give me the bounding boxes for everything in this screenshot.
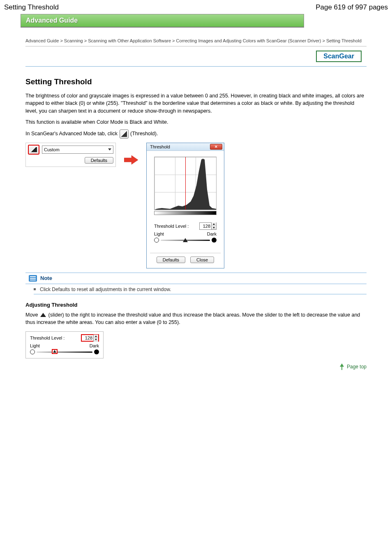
light-endpoint-icon <box>154 238 159 243</box>
threshold-level-input[interactable]: ▲▼ <box>199 222 217 230</box>
breadcrumb[interactable]: Advanced Guide > Scanning > Scanning wit… <box>25 37 367 44</box>
section-heading: Adjusting Threshold <box>25 302 367 308</box>
intro-para-1: The brightness of color and grayscale im… <box>25 92 367 115</box>
fig-level-label: Threshold Level : <box>30 335 65 340</box>
fig-light-label: Light <box>30 343 40 348</box>
chevron-down-icon <box>108 148 111 150</box>
fig-level-input[interactable]: ▲▼ <box>81 334 99 342</box>
toolbar-defaults-button[interactable]: Defaults <box>85 157 113 164</box>
fig-light-endpoint-icon <box>30 349 35 354</box>
page-title: Setting Threshold <box>25 77 367 86</box>
arrow-right-icon <box>124 155 138 166</box>
note-heading: Note <box>40 275 52 281</box>
svg-marker-0 <box>124 155 138 164</box>
slider-caret-icon <box>40 313 46 317</box>
dark-label: Dark <box>207 231 217 236</box>
section-para: Move (slider) to the right to increase t… <box>25 311 367 327</box>
threshold-level-label: Threshold Level : <box>154 224 189 229</box>
dialog-defaults-button[interactable]: Defaults <box>157 257 185 263</box>
light-label: Light <box>154 231 164 236</box>
bullet-icon <box>34 288 36 290</box>
intro-para-3: In ScanGear's Advanced Mode tab, click (… <box>25 130 367 139</box>
toolbar-panel: Custom Defaults <box>25 143 116 167</box>
fig-dark-label: Dark <box>90 343 99 348</box>
note-icon <box>29 275 37 282</box>
scangear-badge: ScanGear <box>316 51 362 62</box>
doc-title: Setting Threshold <box>4 3 59 12</box>
fig-dark-endpoint-icon <box>94 349 99 354</box>
threshold-icon <box>120 130 129 139</box>
gradient-bar <box>154 211 217 215</box>
fig-spin-down-icon[interactable]: ▼ <box>94 338 98 342</box>
advanced-guide-banner: Advanced Guide <box>21 14 304 28</box>
preset-dropdown[interactable]: Custom <box>42 146 113 154</box>
threshold-dialog: Threshold ✕ Threshold Level : ▲▼ <box>146 143 224 268</box>
preset-value: Custom <box>44 147 60 152</box>
note-item: Click Defaults to reset all adjustments … <box>40 287 171 292</box>
fig-spin-up-icon[interactable]: ▲ <box>94 335 98 338</box>
histogram <box>154 157 217 210</box>
threshold-slider[interactable] <box>161 237 210 243</box>
dark-endpoint-icon <box>212 238 217 243</box>
fig-level-value[interactable] <box>82 335 93 340</box>
note-list: Click Defaults to reset all adjustments … <box>34 287 367 294</box>
dialog-close-button[interactable]: Close <box>190 257 214 263</box>
fig-slider-thumb-highlight[interactable] <box>52 349 58 354</box>
threshold-button[interactable] <box>28 145 39 155</box>
page-top-label: Page top <box>347 364 367 370</box>
spin-up-icon[interactable]: ▲ <box>212 222 216 226</box>
page-indicator: Page 619 of 997 pages <box>316 3 388 12</box>
arrow-up-icon <box>340 363 344 367</box>
threshold-figure: Threshold Level : ▲▼ Light Dark <box>25 331 104 358</box>
page-top-link[interactable]: Page top <box>25 363 367 370</box>
slider-thumb-icon[interactable] <box>183 238 188 242</box>
intro-para-2: This function is available when Color Mo… <box>25 118 367 126</box>
close-icon[interactable]: ✕ <box>210 144 222 150</box>
fig-threshold-slider[interactable] <box>37 349 92 355</box>
dialog-title: Threshold <box>150 144 170 149</box>
threshold-level-value[interactable] <box>200 224 211 229</box>
spin-down-icon[interactable]: ▼ <box>212 226 216 230</box>
